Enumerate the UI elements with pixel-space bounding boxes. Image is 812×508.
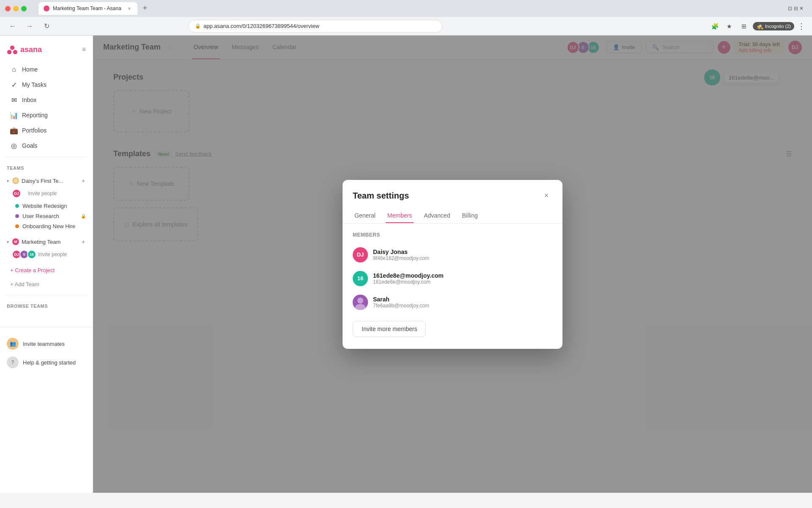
modal-tabs: General Members Advanced Billing <box>343 202 562 224</box>
sidebar-item-inbox[interactable]: ✉ Inbox <box>3 93 89 107</box>
extensions-icon[interactable]: 🧩 <box>710 21 721 32</box>
user-research-dot <box>15 214 19 218</box>
asana-logo-icon <box>7 44 18 55</box>
team1-avatar: D <box>12 177 19 184</box>
member-row-daisy: DJ Daisy Jonas 9f46e162@moodjoy.com <box>353 243 552 267</box>
member-email-daisy: 9f46e162@moodjoy.com <box>373 255 429 261</box>
team-settings-modal: Team settings × General Members Advanced… <box>343 180 562 349</box>
sidebar-item-onboarding[interactable]: Onboarding New Hire <box>10 221 91 231</box>
team1-header[interactable]: ▾ D Daisy's First Te... + <box>2 174 91 187</box>
forward-button[interactable]: → <box>24 20 36 32</box>
modal-tab-members[interactable]: Members <box>386 209 414 223</box>
members-section-label: Members <box>353 232 552 238</box>
team2-avatar-16: 16 <box>27 250 36 259</box>
sidebar-item-reporting[interactable]: 📊 Reporting <box>3 108 89 122</box>
team2-invite-people-button[interactable]: Invite people <box>38 251 67 257</box>
reload-button[interactable]: ↻ <box>41 20 52 32</box>
minimize-traffic-light[interactable] <box>13 6 19 11</box>
member-info-daisy: Daisy Jonas 9f46e162@moodjoy.com <box>373 248 429 261</box>
tab-favicon <box>44 6 49 11</box>
lock-icon: 🔒 <box>195 23 201 29</box>
sidebar-logo: asana ≡ <box>0 41 93 62</box>
sidebar-item-user-research[interactable]: User Research 🔒 <box>10 211 91 221</box>
invite-teammates-label: Invite teammates <box>23 341 65 347</box>
member-info-sarah: Sarah 7fe6aa9b@moodjoy.com <box>373 296 429 309</box>
asana-logo[interactable]: asana <box>7 44 42 55</box>
sidebar-item-portfolios-label: Portfolios <box>22 127 47 134</box>
help-icon: ? <box>7 356 19 368</box>
team1-expand-icon: ▾ <box>7 179 9 183</box>
sidebar-item-my-tasks-label: My Tasks <box>22 81 47 88</box>
portfolios-icon: 💼 <box>10 127 18 134</box>
invite-more-members-button[interactable]: Invite more members <box>353 321 426 337</box>
member-name-daisy: Daisy Jonas <box>373 248 429 255</box>
member-email-sarah: 7fe6aa9b@moodjoy.com <box>373 303 429 309</box>
modal-title: Team settings <box>353 191 409 201</box>
svg-point-4 <box>357 298 363 304</box>
new-tab-button[interactable]: + <box>139 2 151 14</box>
close-traffic-light[interactable] <box>5 6 11 11</box>
team2-avatar: M <box>12 238 19 245</box>
reporting-icon: 📊 <box>10 111 18 119</box>
modal-tab-general[interactable]: General <box>353 209 377 223</box>
sidebar: asana ≡ ⌂ Home ✓ My Tasks ✉ Inbox 📊 Repo… <box>0 36 93 493</box>
user-research-label: User Research <box>22 213 59 219</box>
create-project-button[interactable]: + Create a Project <box>3 264 89 277</box>
team2-name: Marketing Team <box>22 239 60 245</box>
browser-tab[interactable]: Marketing Team Team - Asana × <box>38 2 137 15</box>
sidebar-item-home-label: Home <box>22 66 38 73</box>
lock-icon: 🔒 <box>81 214 86 218</box>
split-screen-icon[interactable]: ⊞ <box>738 21 749 32</box>
modal-body: Members DJ Daisy Jonas 9f46e162@moodjoy.… <box>343 224 562 349</box>
sidebar-item-my-tasks[interactable]: ✓ My Tasks <box>3 77 89 92</box>
sidebar-item-inbox-label: Inbox <box>22 97 36 103</box>
modal-overlay[interactable]: Team settings × General Members Advanced… <box>93 36 812 493</box>
sidebar-item-home[interactable]: ⌂ Home <box>3 62 89 77</box>
member-row-sarah: Sarah 7fe6aa9b@moodjoy.com <box>353 290 552 314</box>
modal-tab-billing[interactable]: Billing <box>460 209 479 223</box>
add-team-button[interactable]: + Add Team <box>3 278 89 291</box>
modal-tab-advanced[interactable]: Advanced <box>422 209 452 223</box>
modal-close-button[interactable]: × <box>540 190 552 202</box>
tab-close-button[interactable]: × <box>126 6 132 11</box>
browser-menu-button[interactable]: ⋮ <box>798 22 805 31</box>
hamburger-button[interactable]: ≡ <box>82 46 86 53</box>
team1-projects: DJ Invite people Website Redesign User R… <box>0 188 93 231</box>
help-button[interactable]: ? Help & getting started <box>0 353 93 372</box>
onboarding-dot <box>15 224 19 228</box>
team1-member-avatar: DJ <box>12 189 21 198</box>
member-name-sarah: Sarah <box>373 296 429 303</box>
back-button[interactable]: ← <box>7 20 19 32</box>
main-content: Marketing Team ☆ Overview Messages Calen… <box>93 36 812 493</box>
onboarding-label: Onboarding New Hire <box>22 223 75 229</box>
address-bar: 🔒 app.asana.com/0/1203269673899544/overv… <box>189 20 442 33</box>
sidebar-item-website-redesign[interactable]: Website Redesign <box>10 201 91 211</box>
member-email-user2: 161ede8e@moodjoy.com <box>373 279 444 285</box>
bookmark-star-icon[interactable]: ★ <box>724 21 735 32</box>
member-row-user2: 16 161ede8e@moodjoy.com 161ede8e@moodjoy… <box>353 267 552 290</box>
member-avatar-user2: 16 <box>353 271 368 286</box>
svg-point-2 <box>13 50 17 54</box>
teams-section-header: Teams <box>0 160 93 172</box>
address-text[interactable]: app.asana.com/0/1203269673899544/overvie… <box>203 23 319 29</box>
maximize-traffic-light[interactable] <box>21 6 27 11</box>
home-icon: ⌂ <box>10 66 18 73</box>
team2-add-button[interactable]: + <box>79 237 88 246</box>
team1-add-button[interactable]: + <box>79 177 88 185</box>
invite-teammates-button[interactable]: 👥 Invite teammates <box>0 334 93 353</box>
sidebar-item-goals[interactable]: ◎ Goals <box>3 138 89 153</box>
invite-teammates-icon: 👥 <box>7 338 19 350</box>
browser-addressbar: ← → ↻ 🔒 app.asana.com/0/1203269673899544… <box>0 17 812 36</box>
tab-title: Marketing Team Team - Asana <box>53 6 121 11</box>
team1-name: Daisy's First Te... <box>22 178 63 184</box>
team2-header[interactable]: ▾ M Marketing Team + <box>2 235 91 248</box>
member-avatar-sarah <box>353 295 368 310</box>
window-controls: ⊡ ⊟ ✕ <box>788 6 804 11</box>
website-redesign-label: Website Redesign <box>22 203 67 209</box>
team2-expand-icon: ▾ <box>7 240 9 244</box>
sarah-photo <box>353 295 368 310</box>
team1-invite-people-button[interactable]: Invite people <box>28 190 57 196</box>
inbox-icon: ✉ <box>10 96 18 104</box>
sidebar-item-portfolios[interactable]: 💼 Portfolios <box>3 123 89 138</box>
member-name-user2: 161ede8e@moodjoy.com <box>373 272 444 279</box>
